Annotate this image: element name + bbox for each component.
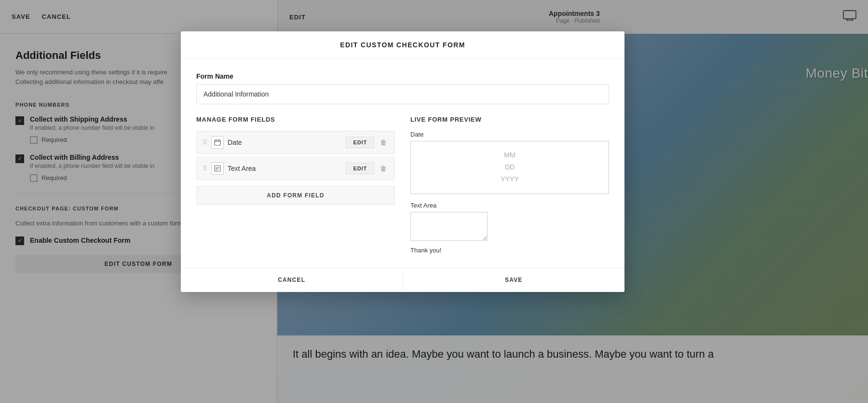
preview-thankyou: Thank you! — [410, 247, 609, 254]
preview-textarea[interactable] — [410, 212, 488, 241]
preview-date-mm: MM — [504, 149, 515, 161]
add-form-field-button[interactable]: ADD FORM FIELD — [196, 186, 395, 205]
textarea-delete-button[interactable]: 🗑 — [378, 164, 389, 173]
textarea-edit-button[interactable]: EDIT — [346, 163, 374, 174]
modal-header: EDIT CUSTOM CHECKOUT FORM — [181, 31, 624, 59]
edit-checkout-form-modal: EDIT CUSTOM CHECKOUT FORM Form Name Mana… — [181, 31, 624, 292]
calendar-icon — [214, 139, 221, 146]
date-delete-button[interactable]: 🗑 — [378, 138, 389, 147]
modal-save-button[interactable]: SAVE — [403, 268, 625, 292]
preview-area: Date MM DD YYYY Text Area Thank you! — [410, 131, 609, 254]
preview-date-dd: DD — [505, 161, 515, 173]
preview-date-label: Date — [410, 131, 609, 138]
modal-cancel-button[interactable]: CANCEL — [181, 268, 403, 292]
date-drag-handle[interactable]: ⠿ — [203, 139, 207, 146]
textarea-icon — [214, 165, 221, 172]
form-name-input[interactable] — [196, 84, 609, 104]
manage-area: Manage Form Fields ⠿ Date EDIT 🗑 — [196, 116, 609, 254]
form-name-label: Form Name — [196, 72, 609, 80]
modal-footer: CANCEL SAVE — [181, 267, 624, 292]
date-edit-button[interactable]: EDIT — [346, 137, 374, 148]
date-field-icon — [211, 136, 224, 149]
preview-date-yyyy: YYYY — [501, 173, 518, 185]
preview-textarea-label: Text Area — [410, 202, 609, 209]
preview-date-box: MM DD YYYY — [410, 141, 609, 194]
textarea-drag-handle[interactable]: ⠿ — [203, 165, 207, 172]
textarea-field-name: Text Area — [228, 165, 342, 172]
textarea-field-row: ⠿ Text Area EDIT 🗑 — [196, 157, 395, 180]
date-field-row: ⠿ Date EDIT 🗑 — [196, 131, 395, 154]
textarea-field-icon — [211, 162, 224, 175]
manage-title: Manage Form Fields — [196, 116, 395, 123]
svg-rect-6 — [215, 140, 220, 145]
manage-form-fields: Manage Form Fields ⠿ Date EDIT 🗑 — [196, 116, 395, 254]
preview-title: Live Form Preview — [410, 116, 609, 123]
modal-body: Form Name Manage Form Fields ⠿ — [181, 59, 624, 267]
date-field-name: Date — [228, 139, 342, 146]
live-form-preview: Live Form Preview Date MM DD YYYY Text A… — [410, 116, 609, 254]
modal-title: EDIT CUSTOM CHECKOUT FORM — [196, 41, 609, 49]
